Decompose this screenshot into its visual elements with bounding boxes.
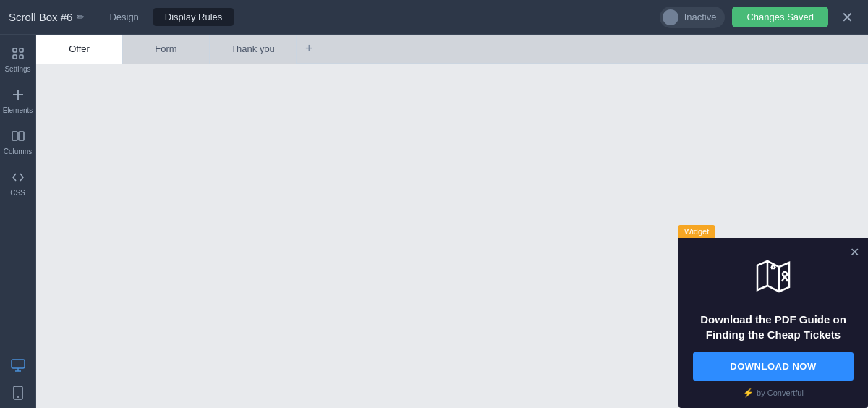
sidebar-item-desktop[interactable] bbox=[0, 353, 36, 380]
widget-footer-text: by Convertful bbox=[757, 388, 804, 397]
widget-icon bbox=[693, 252, 854, 302]
header-title: Scroll Box #6 ✏ bbox=[9, 11, 85, 23]
tab-display-rules[interactable]: Display Rules bbox=[153, 8, 234, 26]
svg-rect-8 bbox=[12, 360, 25, 368]
sidebar-item-css[interactable]: CSS bbox=[0, 164, 36, 203]
content-area: Offer Form Thank you + Widget ✕ bbox=[36, 35, 868, 408]
title-text: Scroll Box #6 bbox=[9, 11, 72, 23]
svg-rect-7 bbox=[19, 132, 24, 140]
widget-label: Widget bbox=[678, 225, 715, 238]
elements-icon bbox=[11, 88, 25, 104]
sidebar-elements-label: Elements bbox=[3, 106, 33, 114]
widget-download-button[interactable]: DOWNLOAD NOW bbox=[693, 352, 854, 381]
canvas: Widget ✕ bbox=[36, 64, 868, 408]
tab-offer[interactable]: Offer bbox=[36, 35, 123, 64]
svg-point-12 bbox=[17, 396, 19, 398]
tab-design[interactable]: Design bbox=[98, 8, 150, 26]
header: Scroll Box #6 ✏ Design Display Rules Ina… bbox=[0, 0, 868, 35]
desktop-icon bbox=[11, 359, 25, 374]
sidebar-settings-label: Settings bbox=[4, 65, 30, 73]
sidebar-css-label: CSS bbox=[10, 189, 25, 197]
svg-rect-2 bbox=[13, 55, 17, 59]
columns-icon bbox=[11, 129, 25, 145]
save-button[interactable]: Changes Saved bbox=[732, 7, 828, 27]
svg-rect-0 bbox=[13, 48, 17, 52]
tab-thankyou[interactable]: Thank you bbox=[210, 35, 297, 64]
svg-rect-6 bbox=[12, 132, 17, 140]
svg-rect-3 bbox=[20, 55, 23, 59]
toggle-label: Inactive bbox=[684, 12, 717, 22]
css-icon bbox=[11, 170, 25, 187]
sidebar-item-mobile[interactable] bbox=[0, 380, 36, 408]
close-button[interactable]: ✕ bbox=[835, 9, 859, 26]
toggle-circle bbox=[663, 9, 678, 25]
widget-container: Widget ✕ bbox=[678, 224, 868, 408]
sidebar-item-elements[interactable]: Elements bbox=[0, 82, 36, 120]
sidebar-bottom bbox=[0, 353, 36, 408]
edit-icon[interactable]: ✏ bbox=[77, 12, 85, 22]
sidebar-item-settings[interactable]: Settings bbox=[0, 41, 36, 79]
toggle-area[interactable]: Inactive bbox=[660, 7, 726, 28]
lightning-icon: ⚡ bbox=[743, 388, 754, 398]
tab-add-button[interactable]: + bbox=[297, 35, 322, 64]
widget-close-button[interactable]: ✕ bbox=[850, 245, 859, 259]
tab-form[interactable]: Form bbox=[123, 35, 210, 64]
tabs-bar: Offer Form Thank you + bbox=[36, 35, 868, 64]
widget-popup: ✕ bbox=[678, 238, 868, 408]
sidebar-top: Settings Elements Column bbox=[0, 41, 36, 203]
main-area: Settings Elements Column bbox=[0, 35, 868, 408]
header-tabs: Design Display Rules bbox=[98, 8, 234, 26]
widget-title: Download the PDF Guide on Finding the Ch… bbox=[693, 312, 854, 342]
sidebar-columns-label: Columns bbox=[4, 148, 32, 156]
widget-footer: ⚡ by Convertful bbox=[693, 388, 854, 398]
mobile-icon bbox=[13, 386, 23, 402]
svg-rect-1 bbox=[20, 48, 23, 52]
sidebar: Settings Elements Column bbox=[0, 35, 36, 408]
settings-icon bbox=[11, 46, 25, 63]
sidebar-item-columns[interactable]: Columns bbox=[0, 123, 36, 161]
